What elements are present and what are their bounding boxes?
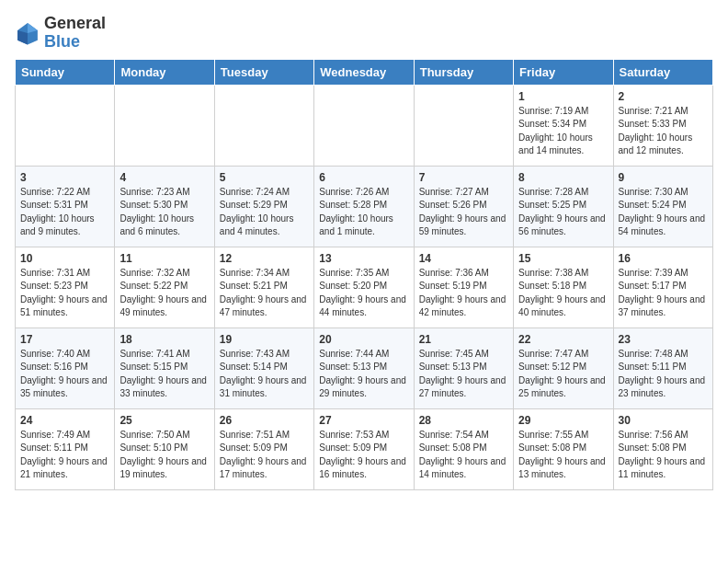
calendar-cell: 8Sunrise: 7:28 AMSunset: 5:25 PMDaylight… (514, 166, 613, 247)
calendar-cell: 21Sunrise: 7:45 AMSunset: 5:13 PMDayligh… (414, 327, 513, 408)
calendar-cell: 9Sunrise: 7:30 AMSunset: 5:24 PMDaylight… (613, 166, 712, 247)
day-number: 20 (319, 333, 408, 346)
calendar-cell (214, 85, 313, 166)
day-number: 18 (119, 333, 209, 346)
day-info: Sunrise: 7:34 AMSunset: 5:21 PMDaylight:… (220, 267, 309, 320)
calendar-cell (16, 85, 115, 166)
calendar-week-1: 1Sunrise: 7:19 AMSunset: 5:34 PMDaylight… (16, 85, 713, 166)
day-number: 7 (419, 171, 508, 184)
day-number: 21 (419, 333, 508, 346)
calendar-cell: 5Sunrise: 7:24 AMSunset: 5:29 PMDaylight… (214, 166, 313, 247)
calendar-cell: 16Sunrise: 7:39 AMSunset: 5:17 PMDayligh… (613, 247, 712, 327)
calendar-week-4: 17Sunrise: 7:40 AMSunset: 5:16 PMDayligh… (16, 327, 713, 408)
calendar-header-row: SundayMondayTuesdayWednesdayThursdayFrid… (16, 59, 713, 85)
day-info: Sunrise: 7:53 AMSunset: 5:09 PMDaylight:… (319, 429, 408, 482)
day-header-tuesday: Tuesday (214, 59, 313, 85)
calendar-cell: 24Sunrise: 7:49 AMSunset: 5:11 PMDayligh… (16, 408, 115, 489)
day-info: Sunrise: 7:21 AMSunset: 5:33 PMDaylight:… (619, 105, 708, 158)
day-number: 29 (518, 414, 608, 427)
day-number: 9 (619, 171, 708, 184)
day-info: Sunrise: 7:40 AMSunset: 5:16 PMDaylight:… (20, 348, 109, 401)
calendar-cell: 13Sunrise: 7:35 AMSunset: 5:20 PMDayligh… (314, 247, 414, 327)
calendar-cell: 7Sunrise: 7:27 AMSunset: 5:26 PMDaylight… (414, 166, 513, 247)
calendar-week-2: 3Sunrise: 7:22 AMSunset: 5:31 PMDaylight… (16, 166, 713, 247)
logo: General Blue (15, 15, 106, 52)
calendar-cell: 20Sunrise: 7:44 AMSunset: 5:13 PMDayligh… (314, 327, 414, 408)
calendar-cell: 17Sunrise: 7:40 AMSunset: 5:16 PMDayligh… (16, 327, 115, 408)
calendar-cell: 26Sunrise: 7:51 AMSunset: 5:09 PMDayligh… (214, 408, 313, 489)
day-header-thursday: Thursday (414, 59, 513, 85)
calendar-cell: 12Sunrise: 7:34 AMSunset: 5:21 PMDayligh… (214, 247, 313, 327)
day-number: 15 (518, 252, 608, 265)
calendar-cell: 1Sunrise: 7:19 AMSunset: 5:34 PMDaylight… (514, 85, 613, 166)
page-header: General Blue (15, 15, 713, 52)
day-info: Sunrise: 7:27 AMSunset: 5:26 PMDaylight:… (419, 186, 508, 239)
day-info: Sunrise: 7:56 AMSunset: 5:08 PMDaylight:… (619, 429, 708, 482)
logo-text: General Blue (44, 15, 106, 52)
day-number: 24 (20, 414, 109, 427)
calendar-cell: 19Sunrise: 7:43 AMSunset: 5:14 PMDayligh… (214, 327, 313, 408)
day-number: 5 (220, 171, 309, 184)
day-info: Sunrise: 7:38 AMSunset: 5:18 PMDaylight:… (518, 267, 608, 320)
day-number: 19 (220, 333, 309, 346)
day-number: 2 (619, 90, 708, 103)
day-number: 1 (518, 90, 608, 103)
day-number: 11 (119, 252, 209, 265)
day-info: Sunrise: 7:43 AMSunset: 5:14 PMDaylight:… (220, 348, 309, 401)
calendar-cell (115, 85, 214, 166)
day-header-monday: Monday (115, 59, 214, 85)
calendar-cell: 23Sunrise: 7:48 AMSunset: 5:11 PMDayligh… (613, 327, 712, 408)
day-info: Sunrise: 7:41 AMSunset: 5:15 PMDaylight:… (119, 348, 209, 401)
day-number: 22 (518, 333, 608, 346)
day-number: 30 (619, 414, 708, 427)
day-header-saturday: Saturday (613, 59, 712, 85)
calendar-cell: 27Sunrise: 7:53 AMSunset: 5:09 PMDayligh… (314, 408, 414, 489)
day-info: Sunrise: 7:54 AMSunset: 5:08 PMDaylight:… (419, 429, 508, 482)
calendar-cell: 10Sunrise: 7:31 AMSunset: 5:23 PMDayligh… (16, 247, 115, 327)
calendar-cell: 25Sunrise: 7:50 AMSunset: 5:10 PMDayligh… (115, 408, 214, 489)
day-number: 4 (119, 171, 209, 184)
calendar-cell: 2Sunrise: 7:21 AMSunset: 5:33 PMDaylight… (613, 85, 712, 166)
day-info: Sunrise: 7:48 AMSunset: 5:11 PMDaylight:… (619, 348, 708, 401)
day-info: Sunrise: 7:19 AMSunset: 5:34 PMDaylight:… (518, 105, 608, 158)
day-info: Sunrise: 7:30 AMSunset: 5:24 PMDaylight:… (619, 186, 708, 239)
day-info: Sunrise: 7:24 AMSunset: 5:29 PMDaylight:… (220, 186, 309, 239)
day-number: 26 (220, 414, 309, 427)
day-info: Sunrise: 7:35 AMSunset: 5:20 PMDaylight:… (319, 267, 408, 320)
calendar-cell (314, 85, 414, 166)
calendar-table: SundayMondayTuesdayWednesdayThursdayFrid… (15, 59, 713, 490)
day-info: Sunrise: 7:28 AMSunset: 5:25 PMDaylight:… (518, 186, 608, 239)
day-info: Sunrise: 7:45 AMSunset: 5:13 PMDaylight:… (419, 348, 508, 401)
day-info: Sunrise: 7:49 AMSunset: 5:11 PMDaylight:… (20, 429, 109, 482)
calendar-cell: 30Sunrise: 7:56 AMSunset: 5:08 PMDayligh… (613, 408, 712, 489)
day-number: 23 (619, 333, 708, 346)
day-info: Sunrise: 7:23 AMSunset: 5:30 PMDaylight:… (119, 186, 209, 239)
calendar-cell (414, 85, 513, 166)
day-info: Sunrise: 7:31 AMSunset: 5:23 PMDaylight:… (20, 267, 109, 320)
calendar-cell: 29Sunrise: 7:55 AMSunset: 5:08 PMDayligh… (514, 408, 613, 489)
day-header-friday: Friday (514, 59, 613, 85)
day-number: 3 (20, 171, 109, 184)
day-number: 25 (119, 414, 209, 427)
calendar-cell: 14Sunrise: 7:36 AMSunset: 5:19 PMDayligh… (414, 247, 513, 327)
day-number: 12 (220, 252, 309, 265)
calendar-cell: 18Sunrise: 7:41 AMSunset: 5:15 PMDayligh… (115, 327, 214, 408)
calendar-cell: 3Sunrise: 7:22 AMSunset: 5:31 PMDaylight… (16, 166, 115, 247)
day-info: Sunrise: 7:47 AMSunset: 5:12 PMDaylight:… (518, 348, 608, 401)
day-header-wednesday: Wednesday (314, 59, 414, 85)
calendar-cell: 6Sunrise: 7:26 AMSunset: 5:28 PMDaylight… (314, 166, 414, 247)
day-info: Sunrise: 7:26 AMSunset: 5:28 PMDaylight:… (319, 186, 408, 239)
day-number: 28 (419, 414, 508, 427)
day-number: 10 (20, 252, 109, 265)
calendar-cell: 28Sunrise: 7:54 AMSunset: 5:08 PMDayligh… (414, 408, 513, 489)
day-number: 6 (319, 171, 408, 184)
calendar-cell: 4Sunrise: 7:23 AMSunset: 5:30 PMDaylight… (115, 166, 214, 247)
calendar-cell: 22Sunrise: 7:47 AMSunset: 5:12 PMDayligh… (514, 327, 613, 408)
day-number: 13 (319, 252, 408, 265)
day-info: Sunrise: 7:44 AMSunset: 5:13 PMDaylight:… (319, 348, 408, 401)
day-number: 14 (419, 252, 508, 265)
day-info: Sunrise: 7:36 AMSunset: 5:19 PMDaylight:… (419, 267, 508, 320)
day-number: 27 (319, 414, 408, 427)
day-header-sunday: Sunday (16, 59, 115, 85)
day-number: 16 (619, 252, 708, 265)
